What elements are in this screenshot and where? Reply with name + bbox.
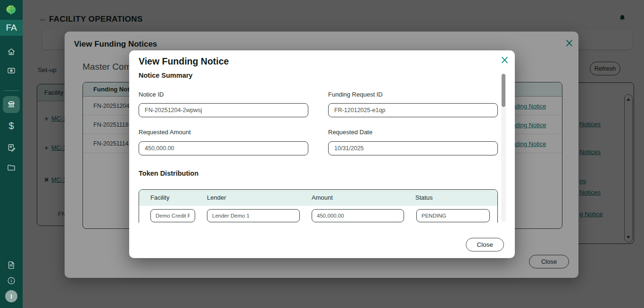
funding-request-id-label: Funding Request ID [328, 91, 383, 98]
requested-date-label: Requested Date [328, 129, 372, 136]
view-funding-notice-modal: View Funding Notice Notice Summary Notic… [129, 50, 515, 258]
facility-cell-input[interactable] [150, 209, 195, 222]
requested-date-input[interactable] [328, 141, 498, 155]
status-cell-input[interactable] [416, 209, 490, 222]
sidebar-item-ledger[interactable] [3, 139, 20, 156]
table-header-row: Facility Lender Amount Status [139, 190, 497, 206]
ledger-icon [7, 143, 16, 152]
amount-column-header: Amount [312, 190, 333, 206]
sidebar-item-reports[interactable] [3, 257, 20, 274]
sidebar-divider [4, 90, 19, 91]
x-close-icon [501, 57, 508, 64]
facility-column-header: Facility [150, 190, 169, 206]
token-distribution-table: Facility Lender Amount Status [139, 189, 498, 223]
workspace-label: FA [6, 23, 17, 33]
card-eye-icon [7, 66, 16, 75]
info-icon [7, 276, 16, 285]
requested-amount-input[interactable] [139, 141, 308, 155]
modal-scrollbar-track[interactable] [501, 73, 506, 222]
token-distribution-heading: Token Distribution [139, 170, 198, 177]
user-avatar[interactable]: I [3, 288, 20, 305]
app-window: FA $ [0, 0, 644, 308]
notice-id-label: Notice ID [139, 91, 164, 98]
folder-icon [7, 163, 16, 172]
modal-scrollbar-thumb[interactable] [502, 74, 505, 107]
requested-amount-label: Requested Amount [139, 129, 191, 136]
sidebar-item-home[interactable] [3, 43, 20, 60]
modal-title: View Funding Notice [139, 56, 229, 67]
close-button[interactable]: Close [466, 238, 504, 251]
sidebar: FA $ [0, 0, 23, 308]
sidebar-item-accounts[interactable] [3, 62, 20, 79]
avatar: I [5, 290, 17, 302]
brain-logo[interactable] [5, 4, 18, 17]
close-x-button[interactable] [498, 53, 511, 66]
sidebar-item-payments[interactable]: $ [3, 117, 20, 134]
funding-request-id-input[interactable] [328, 103, 498, 117]
sidebar-item-info[interactable] [3, 272, 20, 289]
sidebar-item-documents-folder[interactable] [3, 159, 20, 176]
modal-scroll-body: Notice Summary Notice ID Funding Request… [129, 69, 515, 223]
amount-cell-input[interactable] [312, 209, 404, 222]
dollar-icon: $ [8, 121, 14, 130]
home-icon [7, 47, 16, 57]
status-column-header: Status [415, 190, 433, 206]
notice-summary-heading: Notice Summary [139, 72, 192, 79]
document-icon [7, 260, 16, 270]
notice-id-input[interactable] [139, 103, 308, 117]
lender-cell-input[interactable] [207, 209, 300, 222]
lender-column-header: Lender [207, 190, 226, 206]
sidebar-item-facilities[interactable] [3, 96, 20, 113]
avatar-initial: I [10, 293, 12, 300]
bank-icon [7, 100, 16, 109]
workspace-badge: FA [0, 20, 23, 36]
brain-logo-icon [5, 4, 18, 17]
